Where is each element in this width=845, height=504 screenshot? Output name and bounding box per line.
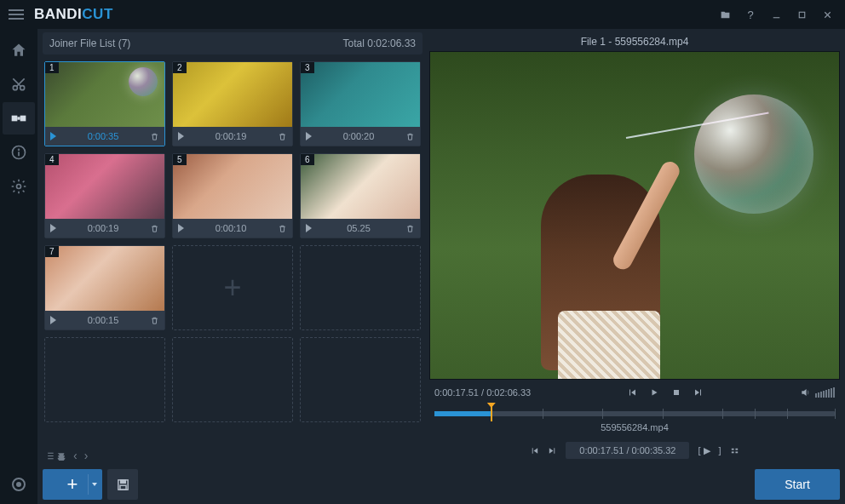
plus-icon: + [67, 475, 78, 494]
empty-clip-slot [300, 245, 421, 330]
clip-toolbar: 0:00:20 [301, 127, 420, 146]
prev-page-icon[interactable]: ‹ [73, 449, 78, 462]
clip-toolbar: 0:00:19 [173, 127, 292, 146]
clip-duration: 0:00:20 [317, 131, 400, 141]
delete-icon[interactable] [150, 131, 159, 142]
folder-icon[interactable] [712, 2, 738, 27]
hamburger-menu-icon[interactable] [5, 3, 27, 26]
mark-in-icon[interactable]: [ ▶ [698, 445, 710, 456]
timeline-cursor[interactable] [491, 406, 492, 421]
add-clip-slot[interactable]: + [172, 245, 293, 330]
clip-duration: 0:00:10 [189, 223, 273, 233]
clip-duration: 0:00:19 [189, 131, 273, 141]
clip-duration: 0:00:15 [61, 315, 145, 325]
close-icon[interactable] [814, 2, 840, 27]
file-list-total: Total 0:02:06.33 [343, 37, 416, 49]
svg-rect-19 [674, 390, 679, 395]
stop-icon[interactable] [671, 387, 681, 398]
clip-duration: 05.25 [317, 223, 400, 233]
file-list-title: Joiner File List (7) [49, 37, 130, 49]
logo-text-2: CUT [82, 6, 112, 22]
svg-rect-1 [799, 12, 805, 18]
clip-thumbnail[interactable]: 20:00:19 [172, 61, 293, 146]
clip-toolbar: 0:00:10 [173, 219, 292, 238]
list-options-icon[interactable] [46, 450, 66, 461]
clip-index: 2 [173, 62, 187, 73]
next-track-icon[interactable] [693, 387, 704, 398]
clip-index: 4 [45, 154, 59, 165]
maximize-icon[interactable] [789, 2, 814, 27]
clip-image: 7 [45, 246, 164, 311]
clip-image: 3 [301, 62, 420, 127]
delete-icon[interactable] [278, 223, 287, 234]
play-icon[interactable] [178, 132, 184, 140]
clip-index: 5 [173, 154, 187, 165]
delete-icon[interactable] [405, 131, 415, 142]
help-icon[interactable]: ? [738, 2, 763, 27]
speaker-icon [800, 387, 812, 398]
clip-toolbar: 0:00:19 [45, 219, 164, 238]
play-icon[interactable] [306, 224, 312, 232]
play-icon[interactable] [178, 224, 184, 232]
titlebar-controls: ? [712, 2, 840, 27]
nav-settings[interactable] [3, 170, 35, 203]
mark-out-icon[interactable]: ] [719, 445, 721, 455]
next-page-icon[interactable]: › [84, 449, 89, 462]
clip-duration: 0:00:19 [61, 223, 145, 233]
clip-index: 3 [301, 62, 314, 73]
video-preview[interactable] [429, 51, 840, 380]
play-icon[interactable] [50, 224, 56, 232]
file-list-footer: ‹ › [43, 446, 422, 465]
svg-rect-17 [120, 479, 125, 483]
preview-actions: Start [429, 468, 840, 501]
svg-rect-23 [735, 451, 738, 453]
clip-thumbnail[interactable]: 30:00:20 [300, 61, 421, 146]
svg-rect-18 [119, 485, 125, 490]
play-icon[interactable] [50, 316, 56, 324]
file-list-header: Joiner File List (7) Total 0:02:06.33 [43, 32, 422, 54]
svg-rect-22 [732, 451, 734, 453]
segment-controls: 0:00:17.51 / 0:00:35.32 [ ▶ ] [429, 438, 840, 463]
timeline-progress [434, 411, 491, 416]
empty-clip-slot [172, 337, 293, 422]
clip-image: 2 [173, 62, 292, 127]
delete-icon[interactable] [150, 315, 159, 326]
clip-thumbnail[interactable]: 10:00:35 [44, 61, 165, 146]
svg-rect-6 [12, 116, 18, 122]
volume-control[interactable] [800, 387, 835, 398]
nav-home[interactable] [3, 34, 35, 66]
segment-next-icon[interactable] [548, 446, 557, 455]
svg-point-12 [17, 185, 21, 189]
record-button[interactable] [6, 472, 32, 497]
play-icon[interactable] [50, 132, 56, 140]
clip-thumbnail[interactable]: 605.25 [300, 153, 421, 238]
prev-track-icon[interactable] [627, 387, 637, 398]
segment-grid-icon[interactable] [730, 446, 739, 455]
save-project-button[interactable] [107, 469, 138, 500]
minimize-icon[interactable] [763, 2, 789, 27]
delete-icon[interactable] [150, 223, 159, 234]
volume-bars[interactable] [815, 387, 835, 398]
svg-rect-8 [17, 117, 20, 119]
app-logo: BANDICUT [34, 6, 113, 23]
delete-icon[interactable] [405, 223, 415, 234]
chevron-down-icon[interactable] [92, 483, 97, 486]
nav-info[interactable] [3, 136, 35, 169]
nav-cut[interactable] [3, 68, 35, 100]
play-icon[interactable] [306, 132, 312, 140]
timeline-track[interactable] [434, 411, 835, 416]
preview-title: File 1 - 559556284.mp4 [429, 32, 840, 51]
clip-thumbnail[interactable]: 50:00:10 [172, 153, 293, 238]
start-button[interactable]: Start [755, 469, 840, 500]
play-icon[interactable] [649, 387, 659, 398]
segment-prev-icon[interactable] [530, 446, 539, 455]
delete-icon[interactable] [278, 131, 287, 142]
timeline[interactable] [429, 405, 840, 422]
plus-icon: + [223, 270, 241, 306]
nav-join[interactable] [3, 102, 35, 135]
add-file-button[interactable]: + [43, 469, 102, 500]
clip-image: 1 [45, 62, 164, 127]
clip-thumbnail[interactable]: 40:00:19 [44, 153, 165, 238]
clip-thumbnail[interactable]: 70:00:15 [44, 245, 165, 330]
logo-text-1: BANDI [34, 6, 82, 22]
